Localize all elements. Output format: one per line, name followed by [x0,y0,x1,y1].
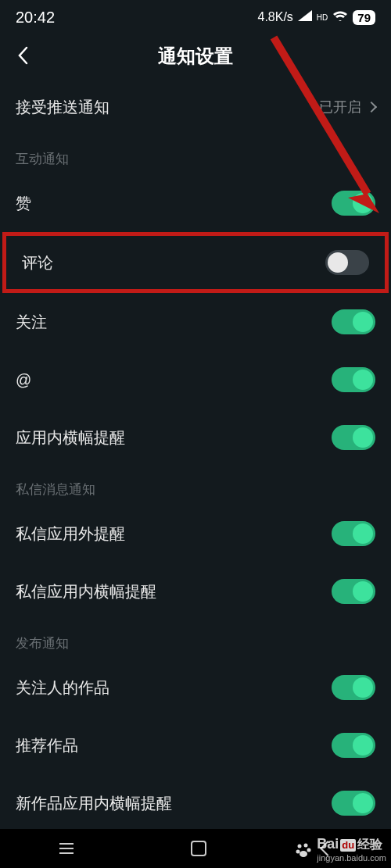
svg-point-8 [307,848,311,852]
row-label: 推荐作品 [16,735,78,756]
row-label: 关注人的作品 [16,677,109,698]
wm-bai: Bai [317,836,339,853]
hd-indicator: HD [317,13,328,22]
toggle-at[interactable] [332,367,375,392]
row-dm-external: 私信应用外提醒 [0,505,391,563]
toggle-recommended-works[interactable] [332,733,375,758]
status-bar: 20:42 4.8K/s HD 79 [0,0,391,34]
row-dm-banner: 私信应用内横幅提醒 [0,563,391,620]
row-label: 接受推送通知 [16,97,109,118]
back-button[interactable] [11,44,34,67]
signal-icon [298,10,312,24]
svg-point-5 [298,844,302,848]
row-value: 已开启 [319,98,375,116]
wm-cn: 经验 [357,837,382,852]
row-inapp-banner: 应用内横幅提醒 [0,409,391,466]
battery-indicator: 79 [353,10,375,25]
toggle-follow[interactable] [332,309,375,334]
row-label: @ [16,371,31,389]
toggle-dm-external[interactable] [332,521,375,546]
toggle-knob [353,193,373,213]
status-time: 20:42 [16,9,55,27]
toggle-followed-works[interactable] [332,675,375,700]
row-like: 赞 [0,174,391,232]
row-label: 私信应用外提醒 [16,523,125,545]
watermark-logo: Bai du 经验 [317,836,386,853]
paw-icon [295,841,312,859]
section-publish: 发布通知 [0,620,391,659]
toggle-knob [353,581,373,602]
toggle-knob [353,370,373,390]
status-right: 4.8K/s HD 79 [258,10,376,25]
watermark-url: jingyan.baidu.com [317,853,386,863]
row-label: 私信应用内横幅提醒 [16,581,156,602]
chevron-right-icon [366,102,377,113]
toggle-knob [353,523,373,544]
toggle-inapp-banner[interactable] [332,425,375,450]
toggle-like[interactable] [332,191,375,216]
nav-recent-icon[interactable] [58,841,75,855]
row-push-notifications[interactable]: 接受推送通知 已开启 [0,78,391,136]
net-speed: 4.8K/s [258,10,293,24]
wm-du: du [340,839,356,852]
wifi-icon [332,10,348,24]
toggle-knob [353,793,373,813]
push-status-text: 已开启 [319,98,361,116]
watermark: Bai du 经验 jingyan.baidu.com [295,836,386,863]
row-at: @ [0,351,391,409]
svg-point-9 [300,851,307,857]
row-followed-works: 关注人的作品 [0,659,391,716]
toggle-knob [353,677,373,698]
section-dm: 私信消息通知 [0,466,391,505]
toggle-dm-banner[interactable] [332,579,375,604]
section-interactive: 互动通知 [0,136,391,174]
toggle-knob [328,252,348,273]
nav-home-icon[interactable] [191,841,206,856]
page-header: 通知设置 [0,34,391,78]
row-label: 赞 [16,193,31,214]
toggle-knob [353,312,373,332]
row-comment: 评论 [6,236,385,289]
page-title: 通知设置 [158,44,233,69]
toggle-knob [353,735,373,755]
toggle-newwork-banner[interactable] [332,791,375,816]
row-label: 新作品应用内横幅提醒 [16,793,172,814]
svg-point-6 [304,843,308,847]
row-label: 评论 [22,252,53,273]
row-label: 应用内横幅提醒 [16,427,125,448]
row-label: 关注 [16,312,47,333]
highlight-annotation: 评论 [2,232,389,293]
toggle-knob [353,427,373,448]
row-newwork-banner: 新作品应用内横幅提醒 [0,774,391,832]
toggle-comment[interactable] [325,250,369,275]
row-follow: 关注 [0,293,391,351]
svg-point-7 [296,849,300,853]
row-recommended-works: 推荐作品 [0,716,391,774]
